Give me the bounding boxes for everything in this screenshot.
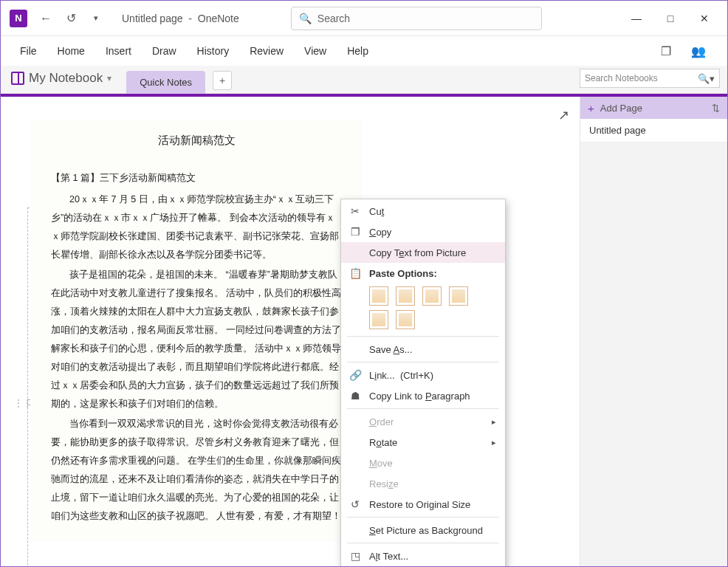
doc-paragraph: 孩子是祖国的花朵，是祖国的未来。 “温暖春芽”暑期助梦支教队在此活动中对支教儿童… bbox=[51, 266, 342, 413]
menu-move: Move bbox=[341, 453, 505, 473]
share-icon[interactable]: 👥 bbox=[687, 40, 710, 62]
paste-picture[interactable] bbox=[422, 286, 442, 306]
title-app: OneNote bbox=[198, 13, 239, 24]
window-title: Untitled page - OneNote bbox=[122, 13, 239, 24]
notebook-name: My Notebook bbox=[29, 71, 103, 86]
alt-text-icon: ◳ bbox=[348, 550, 362, 562]
menu-alt-text[interactable]: ◳ Alt Text... bbox=[341, 546, 505, 566]
separator bbox=[347, 336, 499, 337]
customize-qat-dropdown[interactable]: ▾ bbox=[85, 7, 107, 30]
separator bbox=[347, 362, 499, 362]
separator bbox=[347, 408, 499, 409]
menu-view[interactable]: View bbox=[294, 41, 337, 61]
doc-title: 活动新闻稿范文 bbox=[51, 129, 342, 151]
menu-save-as[interactable]: Save As... bbox=[341, 339, 505, 360]
search-icon: 🔍 bbox=[299, 13, 312, 24]
paste-options-row bbox=[341, 284, 505, 310]
add-page-bar[interactable]: + Add Page ⇅ bbox=[580, 97, 727, 119]
minimize-button[interactable]: — bbox=[619, 4, 653, 33]
paste-options-row-2 bbox=[341, 310, 505, 334]
submenu-arrow-icon: ▸ bbox=[492, 417, 496, 427]
notebook-dropdown[interactable]: My Notebook ▾ bbox=[8, 66, 120, 93]
sort-icon[interactable]: ⇅ bbox=[712, 103, 720, 114]
menu-copy-link-paragraph[interactable]: ☗ Copy Link to Paragraph bbox=[341, 385, 505, 406]
menu-home[interactable]: Home bbox=[47, 41, 95, 61]
menu-history[interactable]: History bbox=[187, 41, 240, 61]
menu-help[interactable]: Help bbox=[337, 41, 379, 61]
menu-cut[interactable]: ✂ Cut bbox=[341, 201, 505, 221]
context-menu: ✂ Cut ❐ Copy Copy Text from Picture 📋 Pa… bbox=[340, 199, 506, 567]
menu-copy-text-from-picture[interactable]: Copy Text from Picture bbox=[341, 242, 505, 263]
undo-button[interactable]: ↺ bbox=[60, 7, 82, 30]
menu-draw[interactable]: Draw bbox=[142, 41, 187, 61]
separator bbox=[347, 543, 499, 543]
add-page-label: Add Page bbox=[600, 103, 642, 114]
maximize-button[interactable]: □ bbox=[653, 4, 687, 33]
search-notebooks-placeholder: Search Notebooks bbox=[585, 73, 658, 83]
notebook-icon bbox=[11, 72, 24, 85]
menu-link[interactable]: 🔗 Link... (Ctrl+K) bbox=[341, 365, 505, 385]
open-new-window-icon[interactable]: ❐ bbox=[655, 40, 677, 62]
menu-resize: Resize bbox=[341, 473, 505, 494]
page-list-panel: + Add Page ⇅ Untitled page bbox=[580, 97, 727, 566]
section-tab-quick-notes[interactable]: Quick Notes bbox=[126, 71, 205, 94]
menubar: File Home Insert Draw History Review Vie… bbox=[1, 36, 727, 66]
menu-order: Order ▸ bbox=[341, 411, 505, 432]
window-controls: — □ ✕ bbox=[619, 4, 721, 33]
search-placeholder: Search bbox=[317, 13, 350, 24]
paste-opt-6[interactable] bbox=[396, 310, 415, 329]
paste-merge[interactable] bbox=[396, 286, 415, 306]
paste-keep-source[interactable] bbox=[369, 286, 388, 306]
separator bbox=[347, 517, 499, 518]
inserted-picture[interactable]: 活动新闻稿范文 【第 1 篇】三下乡活动新闻稿范文 20ｘｘ年 7 月 5 日，… bbox=[30, 119, 363, 542]
search-icon: 🔍▾ bbox=[698, 73, 715, 84]
plus-icon: + bbox=[588, 102, 594, 114]
paste-opt-5[interactable] bbox=[369, 310, 388, 329]
restore-icon: ↺ bbox=[348, 498, 362, 510]
title-bar: N ← ↺ ▾ Untitled page - OneNote 🔍 Search… bbox=[1, 1, 727, 36]
close-button[interactable]: ✕ bbox=[687, 4, 721, 33]
app-icon: N bbox=[10, 10, 27, 27]
back-button[interactable]: ← bbox=[35, 7, 57, 30]
menu-set-picture-background[interactable]: Set Picture as Background bbox=[341, 520, 505, 540]
menu-rotate[interactable]: Rotate ▸ bbox=[341, 432, 505, 453]
paste-text-only[interactable] bbox=[449, 286, 468, 306]
notebook-bar: My Notebook ▾ Quick Notes + Search Noteb… bbox=[1, 66, 727, 94]
link-icon: 🔗 bbox=[348, 369, 362, 381]
chevron-down-icon: ▾ bbox=[107, 73, 111, 83]
add-section-button[interactable]: + bbox=[213, 71, 232, 90]
copy-icon: ❐ bbox=[348, 226, 362, 238]
expand-icon[interactable]: ↗ bbox=[558, 107, 569, 123]
menu-review[interactable]: Review bbox=[239, 41, 294, 61]
title-page: Untitled page bbox=[122, 13, 183, 24]
menu-insert[interactable]: Insert bbox=[95, 41, 142, 61]
doc-paragraph: 当你看到一双双渴求常识的目光，这时你会觉得支教活动很有必要，能协助更多的孩子取得… bbox=[51, 415, 342, 526]
menu-file[interactable]: File bbox=[10, 41, 47, 61]
paste-icon: 📋 bbox=[348, 267, 362, 279]
page-list-item[interactable]: Untitled page bbox=[580, 119, 727, 142]
doc-subtitle: 【第 1 篇】三下乡活动新闻稿范文 bbox=[51, 169, 342, 188]
menu-paste-options-header: 📋 Paste Options: bbox=[341, 263, 505, 284]
menu-copy[interactable]: ❐ Copy bbox=[341, 221, 505, 242]
submenu-arrow-icon: ▸ bbox=[492, 438, 496, 447]
drag-handle-icon: ⋮⋮ bbox=[14, 398, 23, 407]
doc-paragraph: 20ｘｘ年 7 月 5 日，由ｘｘ师范学院校宣扬主办“ｘｘ互动三下乡”的活动在ｘ… bbox=[51, 190, 342, 264]
search-box[interactable]: 🔍 Search bbox=[291, 7, 542, 30]
cut-icon: ✂ bbox=[348, 205, 362, 217]
paragraph-link-icon: ☗ bbox=[348, 390, 362, 402]
search-notebooks-box[interactable]: Search Notebooks 🔍▾ bbox=[580, 69, 720, 88]
menu-restore-original-size[interactable]: ↺ Restore to Original Size bbox=[341, 494, 505, 515]
